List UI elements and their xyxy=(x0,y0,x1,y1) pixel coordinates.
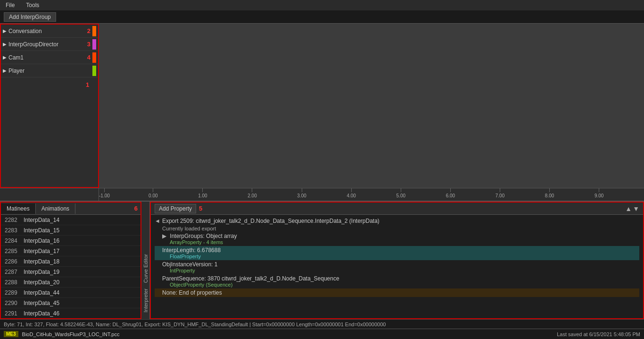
mat-row-name: InterpData_17 xyxy=(24,248,59,254)
tab-curve-editor[interactable]: Curve Editor xyxy=(142,252,149,285)
tab-animations[interactable]: Animations xyxy=(36,203,75,214)
prop-type: FloatProperty xyxy=(162,254,632,259)
tick-label: 0.00 xyxy=(149,193,157,198)
tick-label: 5.00 xyxy=(396,193,405,198)
list-item[interactable]: 2290 InterpData_45 xyxy=(1,298,140,308)
track-number-cam1: 4 xyxy=(87,54,91,61)
list-item[interactable]: 2289 InterpData_44 xyxy=(1,288,140,298)
track-item-interpgroupdirector[interactable]: ▶ InterpGroupDirector 3 xyxy=(1,38,98,51)
tick-line xyxy=(302,188,302,192)
prop-row[interactable]: ▶ InterpGroups: Object array ArrayProper… xyxy=(155,232,639,246)
ruler-tick: -1.00 xyxy=(99,188,110,198)
mat-row-number: 2284 xyxy=(5,237,24,244)
track-color-player xyxy=(92,66,96,76)
mat-row-number: 2287 xyxy=(5,269,24,275)
list-item[interactable]: 2282 InterpData_14 xyxy=(1,215,140,225)
tick-line xyxy=(599,188,599,192)
props-toolbar: Add Property 5 ▲ ▼ xyxy=(151,203,643,215)
track-arrow-player: ▶ xyxy=(3,68,7,73)
prop-row[interactable]: InterpLength: 6.678688 FloatProperty xyxy=(155,246,639,260)
menu-tools[interactable]: Tools xyxy=(24,2,41,8)
prop-type: IntProperty xyxy=(162,268,632,273)
export-header[interactable]: ◄ Export 2509: citwrd_joker_talk2_d_D.No… xyxy=(155,217,639,225)
matinees-panel: Matinees Animations 6 2282 InterpData_14… xyxy=(0,202,141,319)
list-item[interactable]: 2291 InterpData_46 xyxy=(1,308,140,318)
statusbar-left: ME3 BioD_CitHub_WardsFluxP3_LOC_INT.pcc xyxy=(4,331,119,337)
toolbar: Add InterpGroup xyxy=(0,10,644,24)
ruler-area: -1.00 0.00 1.00 2.00 3.00 4.00 5.00 6.00… xyxy=(0,188,644,201)
ruler-ticks: -1.00 0.00 1.00 2.00 3.00 4.00 5.00 6.00… xyxy=(99,188,644,201)
tick-label: 6.00 xyxy=(446,193,455,198)
prop-type: ObjectProperty (Sequence) xyxy=(162,282,632,288)
byte-info-bar: Byte: 71, Int: 327, Float: 4.582246E-43,… xyxy=(0,319,644,329)
tab-matinees[interactable]: Matinees xyxy=(1,203,36,214)
status-badge: ME3 xyxy=(4,331,18,337)
byte-info-text: Byte: 71, Int: 327, Float: 4.582246E-43,… xyxy=(4,322,386,327)
list-item[interactable]: 2286 InterpData_18 xyxy=(1,256,140,267)
tick-line xyxy=(104,188,105,192)
mat-row-name: InterpData_46 xyxy=(24,310,59,317)
track-item-conversation[interactable]: ▶ Conversation 2 xyxy=(1,25,98,38)
tick-label: -1.00 xyxy=(99,193,110,198)
track-item-cam1[interactable]: ▶ Cam1 4 xyxy=(1,51,98,64)
tick-label: 2.00 xyxy=(248,193,256,198)
ruler-tick: 5.00 xyxy=(396,188,405,198)
track-arrow-conversation: ▶ xyxy=(3,28,7,34)
tab-interpreter[interactable]: Interpreter xyxy=(142,287,149,314)
mat-row-name: InterpData_15 xyxy=(24,227,59,234)
mat-row-name: InterpData_44 xyxy=(24,289,59,296)
marker-number-area: 1 xyxy=(1,77,98,88)
list-item[interactable]: 2288 InterpData_20 xyxy=(1,277,140,288)
scroll-up-button[interactable]: ▲ xyxy=(625,205,632,212)
prop-row[interactable]: ParentSequence: 3870 citwrd_joker_talk2_… xyxy=(155,274,639,288)
statusbar: ME3 BioD_CitHub_WardsFluxP3_LOC_INT.pcc … xyxy=(0,329,644,339)
track-number-director: 3 xyxy=(87,41,91,48)
ruler-tick: 7.00 xyxy=(495,188,504,198)
track-panel: ▶ Conversation 2 ▶ InterpGroupDirector 3… xyxy=(0,24,99,188)
mat-row-number: 2282 xyxy=(5,217,24,223)
list-item[interactable]: 2285 InterpData_17 xyxy=(1,246,140,256)
prop-type: ArrayProperty - 4 items xyxy=(162,239,632,245)
mat-row-number: 2290 xyxy=(5,300,24,306)
ruler-tick: 9.00 xyxy=(594,188,603,198)
tick-label: 1.00 xyxy=(198,193,207,198)
track-arrow-cam1: ▶ xyxy=(3,55,7,60)
list-item[interactable]: 2284 InterpData_16 xyxy=(1,236,140,246)
mat-row-name: InterpData_45 xyxy=(24,300,59,306)
mat-row-name: InterpData_14 xyxy=(24,217,59,223)
mat-row-name: InterpData_18 xyxy=(24,258,59,265)
prop-key: ObjInstanceVersion: 1 xyxy=(162,261,632,268)
list-item[interactable]: 2283 InterpData_15 xyxy=(1,225,140,236)
prop-key: ParentSequence: 3870 citwrd_joker_talk2_… xyxy=(162,275,632,282)
list-item[interactable]: 2287 InterpData_19 xyxy=(1,267,140,277)
prop-row[interactable]: None: End of properties xyxy=(155,288,639,297)
prop-row[interactable]: ObjInstanceVersion: 1 IntProperty xyxy=(155,260,639,274)
mat-row-name: InterpData_20 xyxy=(24,279,59,286)
mat-row-number: 2285 xyxy=(5,248,24,254)
mat-row-number: 2288 xyxy=(5,279,24,286)
track-item-player[interactable]: ▶ Player xyxy=(1,64,98,77)
ruler-tick: 1.00 xyxy=(198,188,207,198)
tick-line xyxy=(202,188,203,192)
mat-row-number: 2286 xyxy=(5,258,24,265)
track-name-director: InterpGroupDirector xyxy=(8,41,87,48)
statusbar-right: Last saved at 6/15/2021 5:48:05 PM xyxy=(557,331,640,337)
tick-line xyxy=(500,188,500,192)
track-name-player: Player xyxy=(8,68,91,74)
scroll-down-button[interactable]: ▼ xyxy=(633,205,639,212)
bottom-section: Matinees Animations 6 2282 InterpData_14… xyxy=(0,201,644,319)
tick-line xyxy=(351,188,352,192)
track-arrow-director: ▶ xyxy=(3,42,7,47)
tick-label: 3.00 xyxy=(297,193,306,198)
status-filename: BioD_CitHub_WardsFluxP3_LOC_INT.pcc xyxy=(22,331,120,337)
matinees-list[interactable]: 2282 InterpData_14 2283 InterpData_15 22… xyxy=(1,215,140,318)
prop-expand-icon: ▶ xyxy=(162,233,168,239)
marker-number: 1 xyxy=(86,81,89,88)
timeline-area xyxy=(99,24,644,188)
track-color-director xyxy=(92,39,96,50)
add-interp-group-button[interactable]: Add InterpGroup xyxy=(4,12,56,22)
add-property-button[interactable]: Add Property xyxy=(155,204,196,213)
tick-label: 9.00 xyxy=(594,193,603,198)
menu-file[interactable]: File xyxy=(4,2,17,8)
track-number-conversation: 2 xyxy=(87,27,91,34)
